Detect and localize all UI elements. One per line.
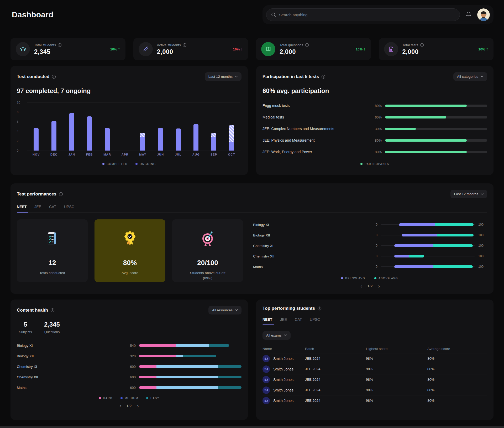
legend-dot (374, 277, 376, 279)
student-average-score: 80% (427, 399, 487, 403)
tests-bar-chart: 1086420 (17, 102, 242, 151)
student-highest-score: 98% (366, 388, 427, 392)
above-avg-segment (409, 255, 424, 257)
info-icon[interactable] (50, 308, 55, 312)
info-icon[interactable] (317, 306, 322, 311)
tab-cat[interactable]: CAT (295, 317, 302, 325)
y-axis-tick: 4 (17, 130, 27, 133)
student-average-score: 80% (427, 378, 487, 381)
prev-page-icon[interactable]: ‹ (360, 283, 362, 288)
scale-max: 100 (478, 233, 487, 237)
x-axis-month-label: OCT (223, 153, 240, 156)
info-icon[interactable] (305, 43, 309, 47)
score-bar (399, 223, 474, 226)
hard-segment (139, 355, 176, 357)
notification-bell-icon[interactable] (465, 11, 472, 18)
legend-item: COMPLETED (102, 162, 128, 166)
stat-info: Active students 2,000 (157, 43, 187, 55)
question-count: 540 (124, 344, 136, 348)
legend-dot (146, 397, 148, 399)
info-icon[interactable] (52, 75, 56, 79)
score-bar (394, 265, 473, 268)
exam-filter-dropdown[interactable]: All exams (262, 331, 291, 340)
bar-completed (158, 128, 163, 151)
test-sheet-icon (384, 42, 398, 56)
difficulty-legend: HARDMEDIUMEASY (17, 396, 242, 400)
prev-page-icon[interactable]: ‹ (119, 403, 121, 408)
tab-upsc[interactable]: UPSC (64, 205, 74, 212)
trend-arrow-icon: ↑ (363, 47, 366, 52)
tab-jee[interactable]: JEE (280, 317, 287, 325)
tests-conducted-value: 12 (49, 259, 56, 267)
info-icon[interactable] (321, 75, 326, 79)
info-icon[interactable] (420, 43, 424, 47)
resource-filter-dropdown[interactable]: All resources (208, 306, 242, 314)
student-avatar: SJ (262, 355, 270, 362)
progress-track (385, 128, 487, 130)
score-track (381, 255, 475, 257)
next-page-icon[interactable]: › (137, 403, 139, 408)
scale-min: 0 (370, 223, 377, 226)
time-filter-dropdown[interactable]: Last 12 months (450, 190, 487, 198)
student-batch: JEE 2024 (305, 388, 366, 392)
time-filter-dropdown[interactable]: Last 12 months (205, 72, 242, 81)
stat-value: 2,345 (34, 48, 62, 55)
difficulty-track (139, 386, 242, 389)
info-icon[interactable] (58, 43, 62, 47)
panel-title: Participation in last 5 tests (262, 74, 319, 79)
table-header-row: Name Batch Highest score Average score (262, 344, 487, 353)
bar-completed (211, 137, 216, 151)
stat-info: Total tests 2,000 (402, 43, 424, 55)
bar-column (152, 102, 170, 151)
table-row: SJSmith JonesJEE 202498%80% (262, 385, 487, 395)
student-name: Smith Jones (273, 399, 293, 403)
x-axis-month-label: FEB (81, 153, 98, 156)
content-health-row: Chemistry XI600 (17, 361, 242, 372)
students-table: Name Batch Highest score Average score S… (262, 344, 487, 406)
tab-cat[interactable]: CAT (49, 205, 56, 212)
difficulty-track (139, 365, 242, 368)
student-name: Smith Jones (273, 367, 293, 371)
tab-upsc[interactable]: UPSC (310, 317, 320, 325)
legend-dot (120, 397, 123, 399)
table-row: SJSmith JonesJEE 202498%80% (262, 364, 487, 374)
search-input[interactable] (279, 13, 455, 17)
participation-row: JEE: Complex Numbers and Measurements30% (262, 123, 487, 135)
subject-score-row: Chemistry XII0100 (253, 251, 487, 261)
subject-name: Chemistry XI (253, 244, 370, 248)
question-count: 600 (124, 365, 136, 369)
trend-arrow-icon: ↑ (118, 47, 120, 52)
above-avg-segment (433, 265, 473, 268)
column-header-name: Name (262, 347, 305, 351)
column-header-batch: Batch (305, 347, 366, 351)
tab-jee[interactable]: JEE (34, 205, 41, 212)
category-filter-dropdown[interactable]: All categories (453, 72, 487, 81)
subjects-label: Subjects (19, 330, 32, 334)
score-pager: ‹ 1/2 › (253, 283, 487, 288)
search-bar[interactable] (266, 8, 460, 21)
below-avg-segment (394, 244, 434, 247)
tab-neet[interactable]: NEET (17, 205, 27, 212)
tab-neet[interactable]: NEET (262, 317, 272, 325)
subject-name: Maths (17, 386, 124, 390)
student-batch: JEE 2024 (305, 367, 366, 371)
progress-fill (385, 128, 416, 130)
content-health-panel: Content health All resources 5 Subjects … (10, 300, 248, 420)
trend-arrow-icon: ↓ (241, 47, 243, 52)
info-icon[interactable] (59, 192, 63, 196)
legend-dot (102, 163, 104, 165)
question-count: 600 (124, 386, 136, 390)
user-avatar[interactable] (477, 8, 490, 21)
info-icon[interactable] (183, 43, 187, 47)
avg-score-card: 80% Avg. score (94, 219, 165, 282)
bar-completed (69, 113, 74, 151)
target-icon (199, 230, 216, 248)
easy-segment (218, 365, 242, 368)
subjects-count: 5 (19, 321, 32, 328)
x-axis-month-label: MAY (134, 153, 152, 156)
legend-label: PARTICIPANTS (365, 162, 389, 166)
next-page-icon[interactable]: › (378, 283, 380, 288)
bar-ongoing (211, 133, 216, 137)
subject-name: Biology XI (17, 344, 124, 348)
participation-panel: Participation in last 5 tests All catego… (256, 66, 494, 175)
